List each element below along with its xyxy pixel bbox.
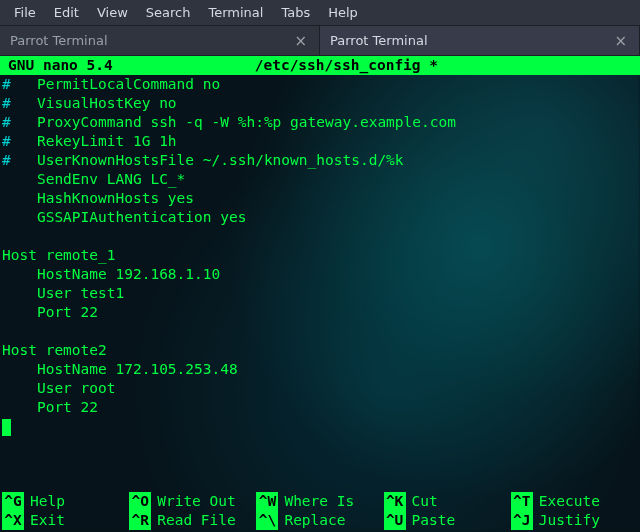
shortcut-cut: ^KCut [384,492,511,511]
shortcut-label: Where Is [284,492,354,511]
tab-1[interactable]: Parrot Terminal× [320,26,640,55]
nano-shortcut-bar: ^GHelp^OWrite Out^WWhere Is^KCut^TExecut… [0,492,640,532]
menu-item-file[interactable]: File [6,2,44,23]
shortcut-read-file: ^RRead File [129,511,256,530]
close-icon[interactable]: × [612,32,629,50]
shortcut-label: Read File [157,511,236,530]
file-line: User test1 [0,284,640,303]
file-line: HostName 172.105.253.48 [0,360,640,379]
shortcut-exit: ^XExit [2,511,129,530]
shortcut-label: Exit [30,511,65,530]
shortcut-label: Cut [412,492,438,511]
shortcut-label: Help [30,492,65,511]
file-line [0,227,640,246]
tab-title: Parrot Terminal [10,33,108,48]
file-line: # VisualHostKey no [0,94,640,113]
menu-item-terminal[interactable]: Terminal [200,2,271,23]
file-content: # PermitLocalCommand no# VisualHostKey n… [0,75,640,417]
shortcut-label: Paste [412,511,456,530]
shortcut-key: ^R [129,511,151,530]
file-line: HashKnownHosts yes [0,189,640,208]
file-line: Port 22 [0,398,640,417]
shortcut-label: Execute [539,492,600,511]
shortcut-key: ^K [384,492,406,511]
shortcut-key: ^W [256,492,278,511]
file-line: # RekeyLimit 1G 1h [0,132,640,151]
shortcut-replace: ^\Replace [256,511,383,530]
shortcut-key: ^J [511,511,533,530]
shortcut-key: ^U [384,511,406,530]
file-line: # ProxyCommand ssh -q -W %h:%p gateway.e… [0,113,640,132]
tab-0[interactable]: Parrot Terminal× [0,26,320,55]
nano-file-path: /etc/ssh/ssh_config * [113,56,580,75]
file-line: GSSAPIAuthentication yes [0,208,640,227]
file-line: # UserKnownHostsFile ~/.ssh/known_hosts.… [0,151,640,170]
shortcut-write-out: ^OWrite Out [129,492,256,511]
file-line: # PermitLocalCommand no [0,75,640,94]
shortcut-justify: ^JJustify [511,511,638,530]
shortcut-key: ^T [511,492,533,511]
tab-bar: Parrot Terminal×Parrot Terminal× [0,26,640,56]
menu-item-tabs[interactable]: Tabs [273,2,318,23]
file-line [0,322,640,341]
shortcut-key: ^X [2,511,24,530]
file-line: SendEnv LANG LC_* [0,170,640,189]
shortcut-paste: ^UPaste [384,511,511,530]
shortcut-key: ^G [2,492,24,511]
file-line: Port 22 [0,303,640,322]
shortcut-help: ^GHelp [2,492,129,511]
file-line: HostName 192.168.1.10 [0,265,640,284]
menu-bar: FileEditViewSearchTerminalTabsHelp [0,0,640,26]
shortcut-key: ^\ [256,511,278,530]
file-line: Host remote_1 [0,246,640,265]
shortcut-label: Justify [539,511,600,530]
shortcut-execute: ^TExecute [511,492,638,511]
menu-item-help[interactable]: Help [320,2,366,23]
shortcut-label: Write Out [157,492,236,511]
shortcut-where-is: ^WWhere Is [256,492,383,511]
file-line: Host remote2 [0,341,640,360]
shortcut-key: ^O [129,492,151,511]
menu-item-edit[interactable]: Edit [46,2,87,23]
menu-item-search[interactable]: Search [138,2,199,23]
text-cursor [2,419,11,436]
tab-title: Parrot Terminal [330,33,428,48]
terminal-area[interactable]: GNU nano 5.4 /etc/ssh/ssh_config * # Per… [0,56,640,532]
nano-title-bar: GNU nano 5.4 /etc/ssh/ssh_config * [0,56,640,75]
menu-item-view[interactable]: View [89,2,136,23]
shortcut-label: Replace [284,511,345,530]
close-icon[interactable]: × [292,32,309,50]
file-line: User root [0,379,640,398]
nano-app-name: GNU nano 5.4 [0,56,113,75]
